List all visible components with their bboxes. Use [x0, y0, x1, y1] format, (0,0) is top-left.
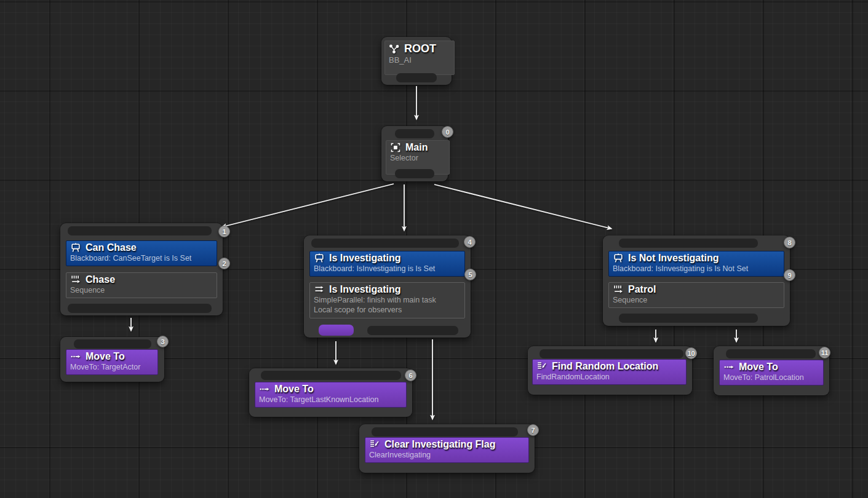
task-find-random-location[interactable]: Find Random Location FindRandomLocation — [532, 359, 687, 385]
decorator-subtitle: Blackboard: CanSeeTarget is Is Set — [70, 253, 213, 263]
input-pin[interactable] — [311, 239, 459, 248]
execution-order-badge: 3 — [157, 336, 169, 347]
task-title: Clear Investigating Flag — [384, 439, 495, 450]
wire-main-to-patrol — [434, 184, 611, 229]
task-icon — [369, 439, 380, 450]
main-subtitle: Selector — [390, 153, 445, 163]
input-pin[interactable] — [372, 427, 518, 437]
input-pin[interactable] — [74, 339, 151, 349]
behavior-tree-root-icon — [389, 44, 400, 55]
execution-order-badge: 0 — [442, 126, 453, 138]
blackboard-icon — [70, 242, 81, 253]
execution-order-badge: 8 — [784, 237, 795, 248]
task-subtitle: MoveTo: TargetLastKnownLocation — [259, 395, 402, 405]
task-icon — [536, 361, 547, 372]
node-move-to-last-known[interactable]: Move To MoveTo: TargetLastKnownLocation … — [249, 368, 412, 417]
input-pin[interactable] — [261, 371, 401, 380]
composite-is-investigating[interactable]: Is Investigating SimpleParallel: finish … — [309, 282, 465, 318]
task-title: Move To — [86, 351, 125, 362]
node-main-selector[interactable]: Main Selector 0 — [381, 126, 448, 181]
composite-patrol[interactable]: Patrol Sequence — [608, 282, 784, 308]
composite-title: Patrol — [628, 284, 656, 295]
input-pin[interactable] — [68, 226, 212, 235]
decorator-is-investigating[interactable]: Is Investigating Blackboard: IsInvestiga… — [309, 251, 465, 277]
selector-icon — [390, 142, 401, 153]
output-pin[interactable] — [396, 73, 437, 82]
node-move-to-target[interactable]: Move To MoveTo: TargetActor 3 — [60, 337, 164, 382]
blackboard-icon — [613, 253, 624, 264]
node-find-random-location[interactable]: Find Random Location FindRandomLocation … — [528, 346, 692, 395]
decorator-can-chase[interactable]: Can Chase Blackboard: CanSeeTarget is Is… — [66, 240, 217, 266]
composite-title: Chase — [86, 274, 115, 285]
move-to-icon — [723, 362, 735, 373]
execution-order-badge: 10 — [685, 347, 697, 359]
execution-order-badge: 5 — [464, 269, 476, 280]
input-pin[interactable] — [726, 349, 816, 358]
input-pin[interactable] — [395, 129, 434, 138]
decorator-title: Can Chase — [86, 242, 137, 253]
execution-order-badge: 4 — [464, 236, 476, 248]
task-subtitle: ClearInvestigating — [369, 450, 525, 460]
root-subtitle: BB_AI — [389, 55, 450, 66]
output-pin[interactable] — [68, 304, 212, 313]
execution-order-badge: 9 — [784, 269, 795, 281]
task-title: Find Random Location — [552, 361, 658, 372]
input-pin[interactable] — [540, 349, 683, 358]
node-patrol-sequence[interactable]: Is Not Investigating Blackboard: IsInves… — [603, 235, 790, 326]
task-title: Move To — [274, 384, 314, 395]
execution-order-badge: 6 — [405, 370, 416, 381]
background-task-output-pin[interactable] — [367, 326, 458, 335]
task-subtitle: MoveTo: PatrolLocation — [723, 373, 819, 382]
composite-subtitle-line2: Local scope for observers — [314, 305, 461, 315]
decorator-subtitle: Blackboard: IsInvestigating is Is Not Se… — [613, 264, 780, 274]
node-root[interactable]: ROOT BB_AI — [381, 37, 452, 85]
task-move-to[interactable]: Move To MoveTo: TargetLastKnownLocation — [255, 382, 407, 408]
composite-subtitle: Sequence — [70, 285, 213, 295]
composite-subtitle: Sequence — [613, 295, 780, 305]
execution-order-badge: 2 — [218, 258, 230, 269]
node-is-investigating-parallel[interactable]: Is Investigating Blackboard: IsInvestiga… — [304, 235, 471, 338]
task-title: Move To — [739, 362, 778, 373]
input-pin[interactable] — [619, 239, 758, 248]
decorator-is-not-investigating[interactable]: Is Not Investigating Blackboard: IsInves… — [608, 251, 784, 277]
output-pin[interactable] — [395, 169, 434, 178]
output-pin[interactable] — [619, 314, 758, 323]
sequence-icon — [613, 284, 624, 295]
node-move-to-patrol[interactable]: Move To MoveTo: PatrolLocation 11 — [714, 346, 829, 395]
root-node-body: ROOT BB_AI — [384, 41, 455, 75]
wire-main-to-chase — [222, 184, 394, 227]
composite-chase[interactable]: Chase Sequence — [66, 272, 217, 298]
behavior-tree-graph-canvas[interactable]: { "colors": { "background": "#262626", "… — [0, 0, 868, 498]
move-to-icon — [259, 384, 270, 395]
sequence-icon — [70, 274, 81, 285]
decorator-title: Is Not Investigating — [628, 253, 719, 264]
execution-order-badge: 7 — [527, 424, 539, 436]
task-clear-investigating-flag[interactable]: Clear Investigating Flag ClearInvestigat… — [365, 437, 529, 463]
blackboard-icon — [314, 253, 325, 264]
move-to-icon — [70, 351, 81, 362]
main-title: Main — [405, 142, 428, 153]
task-subtitle: FindRandomLocation — [536, 372, 682, 382]
node-chase-sequence[interactable]: Can Chase Blackboard: CanSeeTarget is Is… — [60, 223, 223, 315]
task-move-to[interactable]: Move To MoveTo: TargetActor — [66, 349, 158, 375]
task-move-to[interactable]: Move To MoveTo: PatrolLocation — [719, 360, 824, 385]
simple-parallel-icon — [314, 284, 325, 295]
composite-subtitle-line1: SimpleParallel: finish with main task — [314, 295, 461, 305]
execution-order-badge: 11 — [819, 347, 830, 358]
execution-order-badge: 1 — [218, 226, 230, 237]
decorator-title: Is Investigating — [329, 253, 400, 264]
root-title: ROOT — [404, 42, 436, 55]
decorator-subtitle: Blackboard: IsInvestigating is Is Set — [314, 264, 461, 274]
main-task-output-pin[interactable] — [319, 325, 354, 336]
composite-title: Is Investigating — [329, 284, 400, 295]
node-clear-investigating-flag[interactable]: Clear Investigating Flag ClearInvestigat… — [359, 424, 535, 473]
task-subtitle: MoveTo: TargetActor — [70, 362, 154, 372]
